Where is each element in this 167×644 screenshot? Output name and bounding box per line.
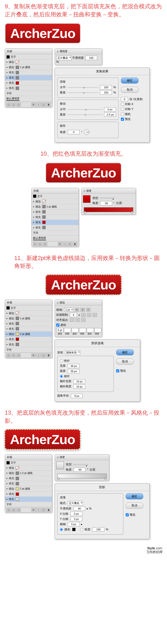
fx-icon[interactable]: fx: [31, 508, 36, 512]
type-select[interactable]: [74, 464, 88, 465]
fill-row[interactable]: ▶填充:: [32, 225, 79, 230]
ok-button[interactable]: 确定: [121, 78, 138, 84]
miter-input[interactable]: [70, 313, 77, 317]
join-icon[interactable]: ⌐: [81, 313, 86, 317]
color-swatch[interactable]: [72, 528, 76, 531]
move-h-input[interactable]: [104, 107, 116, 112]
char-row[interactable]: 字符: [5, 502, 52, 507]
cap-icon[interactable]: ⊐: [81, 308, 85, 312]
new-icon[interactable]: ▢: [41, 508, 46, 512]
preview-checkbox[interactable]: [126, 513, 129, 516]
stroke-row[interactable]: ▶描边:1.2 pt 虚线: [5, 470, 52, 476]
join-icon[interactable]: ⌐: [93, 313, 97, 317]
angle-input[interactable]: [68, 130, 80, 134]
gradient-stop[interactable]: [84, 211, 86, 214]
gap-input[interactable]: [64, 328, 71, 332]
blur-input[interactable]: [68, 522, 80, 526]
text-row[interactable]: 文字: [5, 54, 52, 60]
fill-row[interactable]: ▶填充:: [32, 215, 79, 220]
dash-input[interactable]: [87, 328, 94, 332]
color-radio[interactable]: [60, 528, 63, 531]
ok-button[interactable]: 确定: [116, 350, 134, 355]
dash-checkbox[interactable]: [56, 324, 59, 327]
opacity-row[interactable]: 默认透明度: [5, 96, 52, 102]
angle-dial-icon[interactable]: [84, 129, 89, 135]
fx-icon[interactable]: fx: [31, 103, 36, 106]
icon-btn[interactable]: ▢: [7, 508, 11, 512]
gradient-slider[interactable]: [57, 474, 107, 478]
stroke-row[interactable]: ▶描边:: [5, 466, 52, 470]
copies-input[interactable]: [121, 97, 128, 101]
icon-btn[interactable]: ▢: [43, 242, 47, 246]
scale-h-input[interactable]: [100, 85, 112, 90]
stroke-row[interactable]: ▶ 描边: 1 pt 虚线: [5, 65, 52, 70]
text-row[interactable]: 文字: [5, 460, 52, 466]
fill-row[interactable]: ▶ 填充:: [5, 86, 52, 91]
fill-row[interactable]: ▶填充:: [5, 337, 52, 342]
icon-btn[interactable]: ▢: [33, 242, 37, 246]
random-checkbox[interactable]: [121, 113, 124, 116]
fill-row-selected[interactable]: ▶填充:: [32, 220, 79, 225]
fill-row[interactable]: ▶填充:: [5, 326, 52, 332]
fill-row-selected[interactable]: ▶填充:: [5, 497, 52, 502]
gap-input[interactable]: [79, 328, 86, 332]
gradient-stop[interactable]: [131, 211, 133, 214]
align-icon[interactable]: ▫: [76, 318, 80, 322]
type-select[interactable]: [100, 198, 114, 198]
fill-row[interactable]: ▶填充:: [5, 492, 52, 497]
fill-row[interactable]: ▶填充:: [5, 476, 52, 481]
char-row[interactable]: 字符: [5, 91, 52, 96]
icon-btn[interactable]: ▢: [16, 508, 21, 512]
mirror-x-checkbox[interactable]: [121, 103, 124, 106]
fx-icon[interactable]: fx: [58, 242, 62, 246]
preview-checkbox[interactable]: [116, 369, 119, 372]
icon-btn[interactable]: ○: [36, 508, 41, 512]
align-icon[interactable]: ▫: [70, 318, 74, 322]
join-icon[interactable]: ⌐: [87, 313, 91, 317]
icon-btn[interactable]: ▢: [16, 354, 21, 357]
trash-icon[interactable]: 🗑: [73, 242, 77, 246]
opacity-row[interactable]: 默认透明度: [32, 236, 79, 241]
cancel-button[interactable]: 取消: [121, 87, 138, 93]
fill-row[interactable]: ▶ 填充:: [5, 70, 52, 75]
text-row[interactable]: 文字: [32, 194, 79, 199]
mode-select[interactable]: 正片叠底: [68, 501, 83, 506]
icon-btn[interactable]: ○: [63, 242, 67, 246]
icon-btn[interactable]: ▢: [12, 103, 16, 106]
text-row[interactable]: 文字: [5, 306, 52, 311]
corner-input[interactable]: [71, 394, 83, 398]
icon-btn[interactable]: ▢: [12, 508, 16, 512]
fx-icon[interactable]: fx: [31, 354, 36, 357]
new-icon[interactable]: ▢: [41, 103, 46, 106]
height-input[interactable]: [68, 369, 80, 373]
icon-btn[interactable]: ▢: [7, 354, 11, 357]
stroke-row-selected[interactable]: ▶描边:2 pt 虚线: [5, 332, 52, 337]
icon-btn[interactable]: ▢: [12, 354, 16, 357]
icon-btn[interactable]: ▢: [38, 242, 42, 246]
trash-icon[interactable]: 🗑: [46, 103, 51, 106]
gradient-stop[interactable]: [57, 477, 60, 480]
fill-row-selected[interactable]: ▶ 填充:: [5, 75, 52, 80]
weight-select[interactable]: 2 pt: [64, 308, 73, 312]
icon-btn[interactable]: ▢: [7, 103, 11, 106]
dash-input[interactable]: [56, 328, 63, 332]
stroke-row[interactable]: ▶描边:1 pt 虚线: [32, 204, 79, 210]
angle-input[interactable]: [74, 468, 86, 472]
gradient-slider[interactable]: [84, 207, 133, 212]
cap-icon[interactable]: ⊓: [86, 308, 90, 312]
cancel-button[interactable]: 取消: [126, 503, 143, 508]
darkness-radio[interactable]: [80, 528, 83, 531]
trash-icon[interactable]: 🗑: [46, 354, 51, 357]
char-row[interactable]: 字符: [5, 347, 52, 352]
move-v-input[interactable]: [104, 112, 116, 117]
relative-radio[interactable]: [60, 375, 63, 378]
icon-btn[interactable]: ▢: [16, 103, 21, 106]
stroke-row[interactable]: ▶ 描边:: [5, 60, 52, 65]
opacity-input[interactable]: [73, 506, 85, 511]
icon-btn[interactable]: ○: [36, 354, 41, 357]
mirror-y-checkbox[interactable]: [121, 108, 124, 111]
width-input[interactable]: [68, 364, 80, 368]
trash-icon[interactable]: 🗑: [46, 508, 51, 512]
icon-btn[interactable]: ○: [36, 103, 41, 106]
blend-mode-select[interactable]: 正片叠底: [56, 56, 72, 60]
